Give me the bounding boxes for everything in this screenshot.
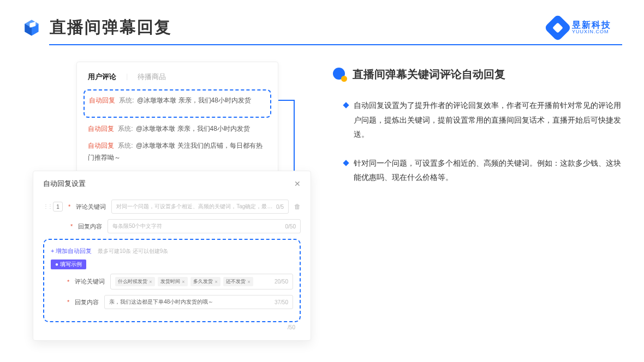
trash-icon[interactable]: 🗑 [294,203,301,210]
tab-separator: | [126,72,128,82]
bubble-icon [333,68,347,82]
tab-user-comments[interactable]: 用户评论 [88,72,116,82]
brand-icon [544,14,572,41]
comment-row: 自动回复 系统: @冰墩墩本墩 亲亲，我们48小时内发货 [88,123,267,135]
example-content-input[interactable]: 亲，我们这边都是下单48小时内发货的哦～ 37/50 [104,295,293,309]
keyword-form-row: ⋮⋮ 1 * 评论关键词 对同一个问题，可设置多个相近、高频的关键词，Tag确定… [43,200,301,214]
tag-remove-icon[interactable]: × [182,279,184,285]
tag-remove-icon[interactable]: × [214,279,217,285]
brand-name-en: YUUXIN.COM [572,29,611,34]
keyword-input[interactable]: 对同一个问题，可设置多个相近、高频的关键词，Tag确定，最多5个 0/5 [111,200,289,214]
content-input[interactable]: 每条限50个中文字符 0/50 [108,219,301,233]
example-badge: ● 填写示例 [51,260,86,269]
keyword-tag[interactable]: 多久发货× [190,277,220,286]
required-star-icon: * [70,223,73,230]
keyword-tag[interactable]: 发货时间× [158,277,187,286]
logo-cube-icon [22,18,41,38]
comments-panel: 用户评论 | 待播商品 自动回复 系统: @冰墩墩本墩 亲亲，我们48小时内发货… [76,62,278,180]
keyword-counter: 0/5 [276,204,284,210]
bullet-text: 针对同一个问题，可设置多个相近的、高频的关键词。例如：这款多少钱、这块能优惠吗、… [354,156,622,185]
system-label: 系统: [118,125,133,132]
section-heading: 直播间弹幕关键词评论自动回复 [333,67,622,82]
close-icon[interactable]: ✕ [294,179,301,188]
example-content-text: 亲，我们这边都是下单48小时内发货的哦～ [109,298,213,306]
tag-remove-icon[interactable]: × [149,279,152,285]
comment-text: @冰墩墩本墩 亲亲，我们48小时内发货 [137,96,251,104]
system-label: 系统: [118,142,133,149]
comment-text: @冰墩墩本墩 亲亲，我们48小时内发货 [136,125,250,132]
add-auto-reply-link[interactable]: + 增加自动回复 [51,248,92,254]
section-title: 直播间弹幕关键词评论自动回复 [353,67,505,82]
content-label: 回复内容 [75,298,99,306]
keyword-tag[interactable]: 什么时候发货× [115,277,154,286]
auto-reply-settings-panel: 自动回复设置 ✕ ⋮⋮ 1 * 评论关键词 对同一个问题，可设置多个相近、高频的… [33,171,311,341]
example-content-row: * 回复内容 亲，我们这边都是下单48小时内发货的哦～ 37/50 [51,295,293,309]
content-label: 回复内容 [78,222,102,231]
content-counter: 0/50 [285,224,296,230]
keyword-label: 评论关键词 [75,277,105,286]
tag-remove-icon[interactable]: × [247,279,250,285]
required-star-icon: * [67,279,69,285]
required-star-icon: * [68,203,70,210]
bullet-item: 针对同一个问题，可设置多个相近的、高频的关键词。例如：这款多少钱、这块能优惠吗、… [344,156,622,185]
auto-reply-badge: 自动回复 [88,142,114,149]
connector-line [278,100,295,101]
bullet-item: 自动回复设置为了提升作者的评论回复效率，作者可在开播前针对常见的评论用户问题，提… [344,98,622,142]
content-form-row: * 回复内容 每条限50个中文字符 0/50 [43,219,301,233]
brand-logo: 昱新科技 YUUXIN.COM [548,18,611,38]
outer-counter: /50 [43,324,301,330]
auto-reply-badge: 自动回复 [89,96,115,104]
example-content-counter: 37/50 [275,299,288,305]
auto-reply-badge: 自动回复 [88,125,114,132]
system-label: 系统: [119,96,134,104]
add-hint: 最多可建10条 还可以创建9条 [98,248,168,254]
required-star-icon: * [67,299,69,305]
content-placeholder: 每条限50个中文字符 [112,222,162,230]
drag-handle-icon[interactable]: ⋮⋮ [43,204,47,209]
tab-pending-goods[interactable]: 待播商品 [138,72,166,82]
example-keyword-row: * 评论关键词 什么时候发货× 发货时间× 多久发货× 还不发货× 20/50 [51,274,293,289]
bullet-text: 自动回复设置为了提升作者的评论回复效率，作者可在开播前针对常见的评论用户问题，提… [354,98,622,142]
example-keyword-counter: 20/50 [275,279,288,285]
settings-title: 自动回复设置 [43,179,86,189]
example-keyword-input[interactable]: 什么时候发货× 发货时间× 多久发货× 还不发货× 20/50 [110,274,293,289]
diamond-bullet-icon [343,102,349,108]
row-number: 1 [53,202,63,212]
highlighted-comment-row: 自动回复 系统: @冰墩墩本墩 亲亲，我们48小时内发货 [84,89,271,118]
comment-row: 自动回复 系统: @冰墩墩本墩 关注我们的店铺，每日都有热门推荐呦～ [88,140,267,164]
keyword-placeholder: 对同一个问题，可设置多个相近、高频的关键词，Tag确定，最多5个 [116,203,276,210]
keyword-label: 评论关键词 [76,203,106,211]
page-title: 直播间弹幕回复 [50,16,172,39]
diamond-bullet-icon [343,160,349,166]
keyword-tag[interactable]: 还不发货× [223,277,253,286]
example-highlight-box: + 增加自动回复 最多可建10条 还可以创建9条 ● 填写示例 * 评论关键词 … [43,239,301,322]
comment-row: 自动回复 系统: @冰墩墩本墩 亲亲，我们48小时内发货 [89,95,266,107]
brand-name-cn: 昱新科技 [572,21,611,29]
